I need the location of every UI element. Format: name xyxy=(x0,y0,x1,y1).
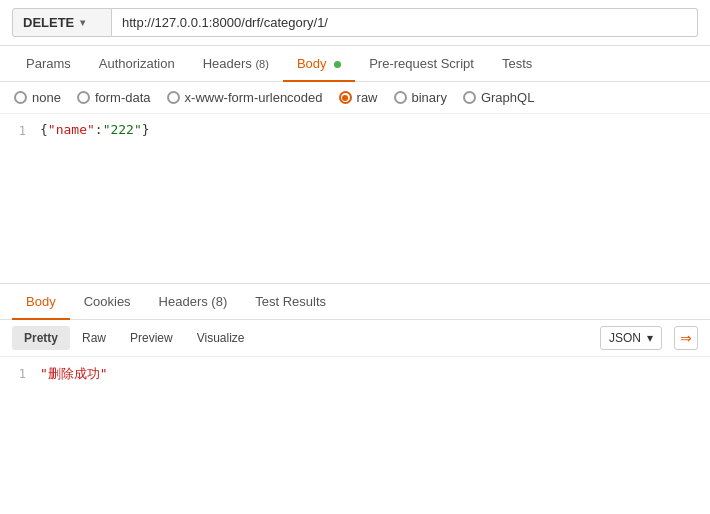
response-tab-test-results[interactable]: Test Results xyxy=(241,284,340,319)
response-tabs: Body Cookies Headers (8) Test Results xyxy=(0,284,710,320)
radio-urlencoded[interactable]: x-www-form-urlencoded xyxy=(167,90,323,105)
line-number-1: 1 xyxy=(0,122,40,138)
radio-raw[interactable]: raw xyxy=(339,90,378,105)
format-preview-button[interactable]: Preview xyxy=(118,326,185,350)
radio-circle-binary xyxy=(394,91,407,104)
tab-body[interactable]: Body xyxy=(283,46,355,81)
radio-circle-raw xyxy=(339,91,352,104)
response-line-1: 1 "删除成功" xyxy=(0,365,710,383)
body-type-row: none form-data x-www-form-urlencoded raw… xyxy=(0,82,710,114)
radio-circle-form-data xyxy=(77,91,90,104)
wrap-icon[interactable]: ⇒ xyxy=(674,326,698,350)
response-tab-body[interactable]: Body xyxy=(12,284,70,319)
resp-value-1: "删除成功" xyxy=(40,365,108,383)
response-tab-headers[interactable]: Headers (8) xyxy=(145,284,242,319)
radio-circle-none xyxy=(14,91,27,104)
body-active-dot xyxy=(334,61,341,68)
code-content-1: {"name":"222"} xyxy=(40,122,150,137)
tab-headers[interactable]: Headers (8) xyxy=(189,46,283,81)
json-format-dropdown[interactable]: JSON ▾ xyxy=(600,326,662,350)
tab-params[interactable]: Params xyxy=(12,46,85,81)
code-editor[interactable]: 1 {"name":"222"} xyxy=(0,114,710,284)
radio-binary[interactable]: binary xyxy=(394,90,447,105)
method-chevron: ▾ xyxy=(80,17,85,28)
format-pretty-button[interactable]: Pretty xyxy=(12,326,70,350)
radio-circle-graphql xyxy=(463,91,476,104)
radio-form-data[interactable]: form-data xyxy=(77,90,151,105)
format-visualize-button[interactable]: Visualize xyxy=(185,326,257,350)
tab-authorization[interactable]: Authorization xyxy=(85,46,189,81)
method-dropdown[interactable]: DELETE ▾ xyxy=(12,8,112,37)
radio-circle-urlencoded xyxy=(167,91,180,104)
resp-line-number-1: 1 xyxy=(0,365,40,381)
radio-graphql[interactable]: GraphQL xyxy=(463,90,534,105)
radio-none[interactable]: none xyxy=(14,90,61,105)
response-toolbar: Pretty Raw Preview Visualize JSON ▾ ⇒ xyxy=(0,320,710,357)
tab-pre-request-script[interactable]: Pre-request Script xyxy=(355,46,488,81)
url-input[interactable] xyxy=(112,8,698,37)
response-tab-cookies[interactable]: Cookies xyxy=(70,284,145,319)
code-line-1: 1 {"name":"222"} xyxy=(0,122,710,138)
format-raw-button[interactable]: Raw xyxy=(70,326,118,350)
method-label: DELETE xyxy=(23,15,74,30)
response-body: 1 "删除成功" xyxy=(0,357,710,391)
url-bar: DELETE ▾ xyxy=(0,0,710,46)
request-tabs: Params Authorization Headers (8) Body Pr… xyxy=(0,46,710,82)
tab-tests[interactable]: Tests xyxy=(488,46,546,81)
